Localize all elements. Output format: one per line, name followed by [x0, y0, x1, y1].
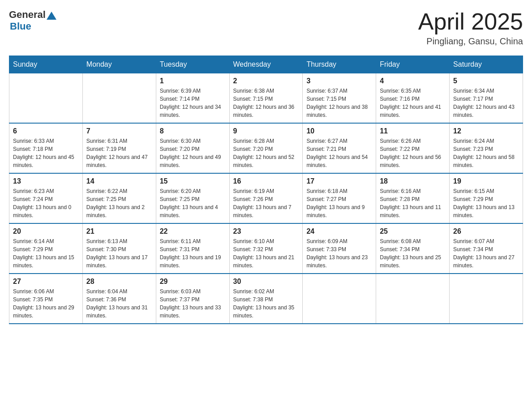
day-of-week-header: Thursday — [303, 56, 376, 73]
calendar-cell — [9, 73, 83, 124]
logo-blue-text: Blue — [10, 21, 31, 32]
logo: General Blue — [9, 9, 56, 32]
calendar-cell: 23Sunrise: 6:10 AMSunset: 7:32 PMDayligh… — [229, 223, 303, 274]
calendar-cell — [303, 274, 376, 324]
day-info: Sunrise: 6:22 AMSunset: 7:25 PMDaylight:… — [86, 187, 152, 219]
day-number: 17 — [306, 177, 372, 185]
calendar-cell: 30Sunrise: 6:02 AMSunset: 7:38 PMDayligh… — [229, 274, 303, 324]
day-info: Sunrise: 6:09 AMSunset: 7:33 PMDaylight:… — [306, 237, 372, 270]
day-info: Sunrise: 6:37 AMSunset: 7:15 PMDaylight:… — [306, 87, 372, 119]
calendar-cell: 15Sunrise: 6:20 AMSunset: 7:25 PMDayligh… — [156, 173, 229, 223]
calendar-cell: 18Sunrise: 6:16 AMSunset: 7:28 PMDayligh… — [376, 173, 450, 223]
calendar-cell: 13Sunrise: 6:23 AMSunset: 7:24 PMDayligh… — [9, 173, 83, 223]
day-info: Sunrise: 6:06 AMSunset: 7:35 PMDaylight:… — [13, 287, 79, 320]
calendar-cell: 2Sunrise: 6:38 AMSunset: 7:15 PMDaylight… — [229, 73, 303, 124]
svg-marker-0 — [47, 12, 56, 20]
day-info: Sunrise: 6:27 AMSunset: 7:21 PMDaylight:… — [306, 137, 372, 169]
day-number: 8 — [160, 127, 226, 135]
calendar-cell: 11Sunrise: 6:26 AMSunset: 7:22 PMDayligh… — [376, 123, 450, 173]
day-info: Sunrise: 6:38 AMSunset: 7:15 PMDaylight:… — [233, 87, 299, 119]
day-number: 7 — [86, 127, 152, 135]
calendar-cell: 4Sunrise: 6:35 AMSunset: 7:16 PMDaylight… — [376, 73, 450, 124]
day-info: Sunrise: 6:13 AMSunset: 7:30 PMDaylight:… — [86, 237, 152, 270]
day-info: Sunrise: 6:39 AMSunset: 7:14 PMDaylight:… — [160, 87, 226, 119]
day-info: Sunrise: 6:20 AMSunset: 7:25 PMDaylight:… — [160, 187, 226, 219]
day-number: 16 — [233, 177, 299, 185]
day-number: 28 — [86, 278, 152, 286]
day-number: 12 — [453, 127, 519, 135]
calendar-cell: 29Sunrise: 6:03 AMSunset: 7:37 PMDayligh… — [156, 274, 229, 324]
day-number: 29 — [160, 278, 226, 286]
day-number: 14 — [86, 177, 152, 185]
calendar-cell: 12Sunrise: 6:24 AMSunset: 7:23 PMDayligh… — [450, 123, 523, 173]
day-info: Sunrise: 6:26 AMSunset: 7:22 PMDaylight:… — [380, 137, 446, 169]
calendar-week-row: 6Sunrise: 6:33 AMSunset: 7:18 PMDaylight… — [9, 123, 523, 173]
day-number: 15 — [160, 177, 226, 185]
calendar-cell: 1Sunrise: 6:39 AMSunset: 7:14 PMDaylight… — [156, 73, 229, 124]
calendar-cell: 25Sunrise: 6:08 AMSunset: 7:34 PMDayligh… — [376, 223, 450, 274]
calendar-cell: 5Sunrise: 6:34 AMSunset: 7:17 PMDaylight… — [450, 73, 523, 124]
calendar-header-row: SundayMondayTuesdayWednesdayThursdayFrid… — [9, 56, 523, 73]
calendar-cell: 10Sunrise: 6:27 AMSunset: 7:21 PMDayligh… — [303, 123, 376, 173]
day-number: 3 — [306, 77, 372, 85]
day-number: 1 — [160, 77, 226, 85]
calendar-cell: 22Sunrise: 6:11 AMSunset: 7:31 PMDayligh… — [156, 223, 229, 274]
day-number: 26 — [453, 227, 519, 235]
calendar-cell: 21Sunrise: 6:13 AMSunset: 7:30 PMDayligh… — [82, 223, 156, 274]
day-of-week-header: Friday — [376, 56, 450, 73]
day-number: 9 — [233, 127, 299, 135]
day-of-week-header: Tuesday — [156, 56, 229, 73]
day-info: Sunrise: 6:34 AMSunset: 7:17 PMDaylight:… — [453, 87, 519, 119]
day-info: Sunrise: 6:11 AMSunset: 7:31 PMDaylight:… — [160, 237, 226, 270]
day-info: Sunrise: 6:03 AMSunset: 7:37 PMDaylight:… — [160, 287, 226, 320]
day-number: 24 — [306, 227, 372, 235]
page-header: General Blue April 2025 Pingliang, Gansu… — [9, 9, 523, 47]
day-number: 20 — [13, 227, 79, 235]
day-of-week-header: Saturday — [450, 56, 523, 73]
day-info: Sunrise: 6:07 AMSunset: 7:34 PMDaylight:… — [453, 237, 519, 270]
calendar-week-row: 13Sunrise: 6:23 AMSunset: 7:24 PMDayligh… — [9, 173, 523, 223]
calendar-cell: 9Sunrise: 6:28 AMSunset: 7:20 PMDaylight… — [229, 123, 303, 173]
day-of-week-header: Monday — [82, 56, 156, 73]
calendar-cell: 24Sunrise: 6:09 AMSunset: 7:33 PMDayligh… — [303, 223, 376, 274]
calendar-cell: 3Sunrise: 6:37 AMSunset: 7:15 PMDaylight… — [303, 73, 376, 124]
calendar-week-row: 20Sunrise: 6:14 AMSunset: 7:29 PMDayligh… — [9, 223, 523, 274]
calendar-table: SundayMondayTuesdayWednesdayThursdayFrid… — [9, 56, 523, 324]
day-number: 19 — [453, 177, 519, 185]
day-of-week-header: Sunday — [9, 56, 83, 73]
day-info: Sunrise: 6:35 AMSunset: 7:16 PMDaylight:… — [380, 87, 446, 119]
day-info: Sunrise: 6:24 AMSunset: 7:23 PMDaylight:… — [453, 137, 519, 169]
day-number: 2 — [233, 77, 299, 85]
calendar-week-row: 1Sunrise: 6:39 AMSunset: 7:14 PMDaylight… — [9, 73, 523, 124]
day-number: 4 — [380, 77, 446, 85]
calendar-cell: 7Sunrise: 6:31 AMSunset: 7:19 PMDaylight… — [82, 123, 156, 173]
day-number: 11 — [380, 127, 446, 135]
calendar-cell: 6Sunrise: 6:33 AMSunset: 7:18 PMDaylight… — [9, 123, 83, 173]
day-number: 27 — [13, 278, 79, 286]
day-info: Sunrise: 6:10 AMSunset: 7:32 PMDaylight:… — [233, 237, 299, 270]
day-info: Sunrise: 6:16 AMSunset: 7:28 PMDaylight:… — [380, 187, 446, 219]
calendar-cell: 27Sunrise: 6:06 AMSunset: 7:35 PMDayligh… — [9, 274, 83, 324]
day-number: 5 — [453, 77, 519, 85]
day-of-week-header: Wednesday — [229, 56, 303, 73]
day-number: 21 — [86, 227, 152, 235]
day-info: Sunrise: 6:04 AMSunset: 7:36 PMDaylight:… — [86, 287, 152, 320]
calendar-subtitle: Pingliang, Gansu, China — [418, 36, 523, 47]
day-info: Sunrise: 6:19 AMSunset: 7:26 PMDaylight:… — [233, 187, 299, 219]
day-info: Sunrise: 6:08 AMSunset: 7:34 PMDaylight:… — [380, 237, 446, 270]
calendar-week-row: 27Sunrise: 6:06 AMSunset: 7:35 PMDayligh… — [9, 274, 523, 324]
day-number: 22 — [160, 227, 226, 235]
day-info: Sunrise: 6:23 AMSunset: 7:24 PMDaylight:… — [13, 187, 79, 219]
day-number: 25 — [380, 227, 446, 235]
day-number: 18 — [380, 177, 446, 185]
calendar-cell — [450, 274, 523, 324]
calendar-cell: 20Sunrise: 6:14 AMSunset: 7:29 PMDayligh… — [9, 223, 83, 274]
day-info: Sunrise: 6:18 AMSunset: 7:27 PMDaylight:… — [306, 187, 372, 219]
calendar-cell — [82, 73, 156, 124]
day-info: Sunrise: 6:02 AMSunset: 7:38 PMDaylight:… — [233, 287, 299, 320]
logo-general-text: General — [9, 9, 46, 21]
calendar-cell: 14Sunrise: 6:22 AMSunset: 7:25 PMDayligh… — [82, 173, 156, 223]
day-number: 13 — [13, 177, 79, 185]
calendar-title: April 2025 — [418, 9, 523, 34]
day-number: 30 — [233, 278, 299, 286]
